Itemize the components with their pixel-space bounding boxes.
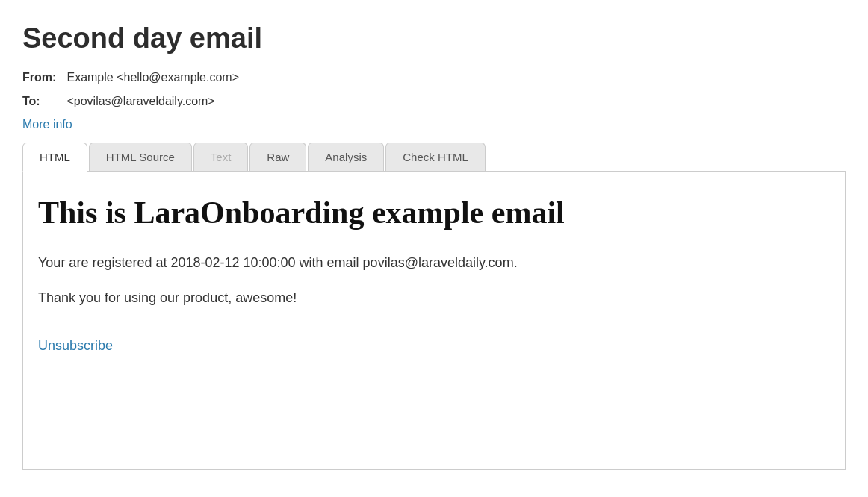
email-content-area: This is LaraOnboarding example email You… — [22, 172, 846, 470]
more-info-link[interactable]: More info — [22, 118, 72, 131]
page-title: Second day email — [22, 22, 846, 54]
tab-check-html[interactable]: Check HTML — [385, 143, 486, 171]
tab-raw[interactable]: Raw — [249, 143, 306, 171]
tab-html[interactable]: HTML — [22, 143, 87, 172]
email-from-row: From: Example <hello@example.com> — [22, 68, 846, 87]
email-to-row: To: <povilas@laraveldaily.com> — [22, 92, 846, 111]
email-body-line1: Your are registered at 2018-02-12 10:00:… — [38, 253, 830, 273]
to-label: To: — [22, 92, 63, 111]
tabs-container: HTMLHTML SourceTextRawAnalysisCheck HTML — [22, 142, 846, 172]
from-value: Example <hello@example.com> — [66, 71, 239, 84]
to-value: <povilas@laraveldaily.com> — [66, 95, 214, 107]
tab-analysis[interactable]: Analysis — [308, 143, 384, 171]
tab-html-source[interactable]: HTML Source — [89, 143, 192, 171]
email-headline: This is LaraOnboarding example email — [38, 194, 830, 231]
email-body-line2: Thank you for using our product, awesome… — [38, 288, 830, 308]
email-meta-section: From: Example <hello@example.com> To: <p… — [22, 68, 846, 110]
tab-text: Text — [193, 143, 249, 171]
unsubscribe-link[interactable]: Unsubscribe — [38, 338, 113, 354]
from-label: From: — [22, 68, 63, 87]
